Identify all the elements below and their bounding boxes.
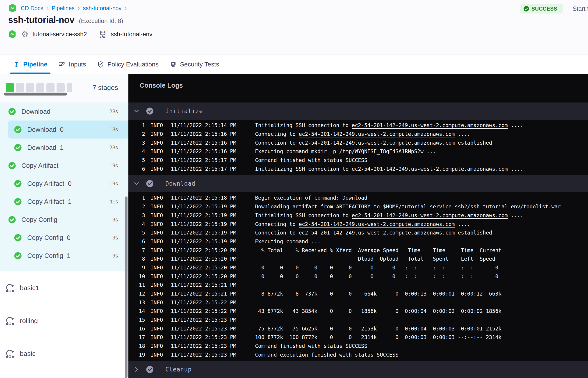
log-line: 12 INFO 11/11/2022 2:15:21 PM 8 8772k 8 …: [128, 289, 588, 298]
chevron-right-icon[interactable]: [133, 366, 140, 373]
log-timestamp: 11/11/2022 2:15:20 PM: [171, 265, 237, 270]
log-timestamp: 11/11/2022 2:15:20 PM: [171, 256, 237, 262]
log-timestamp: 11/11/2022 2:15:16 PM: [171, 148, 237, 154]
log-message: Begin execution of command: Download: [255, 195, 367, 201]
inputs-icon: [59, 61, 65, 68]
log-level: INFO: [150, 352, 165, 358]
log-message: Connecting to ec2-54-201-142-249.us-west…: [255, 221, 470, 227]
pipeline-list-item[interactable]: canary2: [0, 370, 128, 378]
log-line-number: 11: [136, 282, 145, 288]
title-row: ssh-tutorial-nov (Execution Id: 8): [8, 15, 588, 25]
log-message: Connecting to ec2-54-201-142-249.us-west…: [255, 131, 470, 137]
log-level: INFO: [150, 265, 165, 270]
log-host-link[interactable]: ec2-54-201-142-249.us-west-2.compute.ama…: [352, 212, 508, 218]
log-line: 3 INFO 11/11/2022 2:15:16 PM Connection …: [128, 138, 588, 147]
log-message: Initializing SSH connection to ec2-54-20…: [255, 212, 523, 218]
pipeline-name: basic: [20, 350, 36, 357]
log-timestamp: 11/11/2022 2:15:20 PM: [171, 273, 237, 279]
tab-inputs[interactable]: Inputs: [59, 55, 86, 74]
log-line-number: 3: [136, 212, 145, 218]
log-line-number: 13: [136, 300, 145, 305]
meta-row: ∞ ⚙ tutorial-service-ssh2 ssh-tutorial-e…: [8, 30, 588, 39]
stage-row[interactable]: Copy Artifact 19s: [0, 157, 128, 175]
log-section-lines: 1 INFO 11/11/2022 2:15:18 PM Begin execu…: [128, 192, 588, 361]
stage-progress-square[interactable]: [56, 83, 65, 92]
log-line-number: 5: [136, 230, 145, 236]
log-line: 5 INFO 11/11/2022 2:15:17 PM Command fin…: [128, 156, 588, 165]
log-timestamp: 11/11/2022 2:15:17 PM: [171, 166, 237, 172]
stage-progress-square[interactable]: [16, 83, 24, 92]
log-level: INFO: [150, 148, 165, 154]
stage-name: Copy Config: [21, 216, 57, 223]
stage-name: Download_0: [27, 126, 64, 133]
log-section-header[interactable]: Download: [128, 175, 588, 192]
tab-security-tests[interactable]: Security Tests: [170, 55, 219, 74]
stage-row[interactable]: Copy Artifact_0 19s: [0, 175, 128, 193]
breadcrumb-link[interactable]: ssh-tutorial-nov: [83, 5, 121, 12]
stage-success-check-icon: [8, 108, 16, 116]
tab-pipeline[interactable]: Pipeline: [13, 55, 47, 74]
svg-text:∞: ∞: [10, 31, 14, 37]
stage-row[interactable]: Download_1 23s: [0, 138, 128, 157]
log-line-number: 1: [136, 122, 145, 128]
service-name[interactable]: tutorial-service-ssh2: [32, 31, 87, 38]
log-level: INFO: [150, 326, 165, 332]
log-message: Executing command ...: [255, 239, 321, 244]
log-message: 100 8772k 100 8772k 0 0 2314k 0 0:00:03 …: [255, 334, 501, 340]
pipeline-list-item[interactable]: basic1: [0, 271, 128, 304]
stage-row[interactable]: Copy Artifact_1 11s: [0, 193, 128, 211]
log-message: Initializing SSH connection to ec2-54-20…: [255, 166, 523, 172]
pipeline-execution-page: ∞ CD Docs›Pipelines›ssh-tutorial-nov› ss…: [0, 0, 588, 378]
stage-duration: 9s: [112, 216, 118, 223]
stage-row[interactable]: Copy Config_0 9s: [0, 229, 128, 247]
stage-name: Copy Artifact: [21, 162, 58, 169]
stage-row[interactable]: Copy Config_1 9s: [0, 247, 128, 265]
chevron-down-icon[interactable]: [133, 108, 140, 114]
sidebar-scrollbar[interactable]: [125, 196, 128, 378]
stage-row[interactable]: Download 23s: [0, 103, 128, 121]
service-gear-icon: ⚙: [21, 30, 28, 38]
start-time-label: Start time: [573, 5, 588, 12]
log-line: 19 INFO 11/11/2022 2:15:23 PM Command ex…: [128, 351, 588, 359]
log-line: 6 INFO 11/11/2022 2:15:17 PM Initializin…: [128, 164, 588, 173]
log-line-number: 4: [136, 221, 145, 227]
stage-row[interactable]: Copy Config 9s: [0, 211, 128, 229]
log-level: INFO: [150, 204, 165, 210]
log-line-number: 10: [136, 273, 145, 279]
environment-name[interactable]: ssh-tutorial-env: [111, 31, 152, 38]
breadcrumb-link[interactable]: Pipelines: [52, 5, 74, 12]
stage-progress-scrollbar[interactable]: [4, 93, 67, 95]
stage-count-label: 7 stages: [93, 84, 118, 92]
pipeline-list-item[interactable]: rolling: [0, 304, 128, 337]
log-section-header[interactable]: Cleanup: [128, 361, 588, 378]
log-host-link[interactable]: ec2-54-201-142-249.us-west-2.compute.ama…: [299, 140, 455, 146]
log-host-link[interactable]: ec2-54-201-142-249.us-west-2.compute.ama…: [299, 221, 455, 227]
log-timestamp: 11/11/2022 2:15:19 PM: [171, 239, 237, 244]
log-timestamp: 11/11/2022 2:15:23 PM: [171, 352, 237, 358]
chevron-down-icon[interactable]: [133, 180, 140, 187]
log-line-number: 2: [136, 204, 145, 210]
log-timestamp: 11/11/2022 2:15:19 PM: [171, 221, 237, 227]
breadcrumb-link[interactable]: CD Docs: [21, 5, 43, 12]
environment-icon: [99, 30, 107, 39]
tab-label: Inputs: [69, 61, 86, 68]
log-line-number: 8: [136, 256, 145, 262]
stage-progress-square[interactable]: [67, 83, 72, 92]
console-log-body: Initialize 1 INFO 11/11/2022 2:15:14 PM …: [128, 97, 588, 378]
pipeline-list-item[interactable]: basic: [0, 337, 128, 370]
log-host-link[interactable]: ec2-54-201-142-249.us-west-2.compute.ama…: [352, 166, 508, 172]
stage-duration: 9s: [112, 253, 118, 259]
log-host-link[interactable]: ec2-54-201-142-249.us-west-2.compute.ama…: [299, 230, 455, 236]
stage-progress-square[interactable]: [36, 83, 44, 92]
page-title: ssh-tutorial-nov: [8, 15, 74, 25]
log-host-link[interactable]: ec2-54-201-142-249.us-west-2.compute.ama…: [352, 122, 508, 128]
log-section-header[interactable]: Initialize: [128, 103, 588, 120]
log-host-link[interactable]: ec2-54-201-142-249.us-west-2.compute.ama…: [299, 131, 455, 137]
stage-progress-square[interactable]: [26, 83, 34, 92]
stage-progress-square[interactable]: [6, 83, 14, 92]
stage-row[interactable]: Download_0 13s: [8, 121, 128, 138]
log-message: Connection to ec2-54-201-142-249.us-west…: [255, 230, 492, 236]
tab-policy-evaluations[interactable]: Policy Evaluations: [97, 55, 159, 74]
stage-name: Copy Config_1: [27, 252, 70, 259]
stage-progress-square[interactable]: [46, 83, 54, 92]
